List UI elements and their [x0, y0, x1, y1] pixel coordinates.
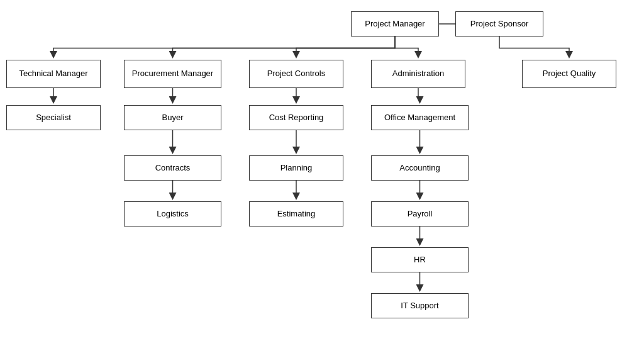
- node-label-administration: Administration: [392, 69, 444, 79]
- node-label-estimating: Estimating: [277, 209, 316, 220]
- node-label-cost_reporting: Cost Reporting: [269, 113, 324, 123]
- node-project_manager: Project Manager: [351, 11, 439, 36]
- node-label-project_manager: Project Manager: [365, 19, 425, 30]
- node-label-planning: Planning: [280, 163, 313, 174]
- node-it_support: IT Support: [371, 293, 469, 318]
- node-label-technical_manager: Technical Manager: [19, 69, 87, 79]
- node-project_quality: Project Quality: [522, 60, 616, 88]
- node-project_sponsor: Project Sponsor: [455, 11, 543, 36]
- node-logistics: Logistics: [124, 201, 221, 226]
- node-label-buyer: Buyer: [162, 113, 184, 123]
- node-procurement_manager: Procurement Manager: [124, 60, 221, 88]
- node-estimating: Estimating: [249, 201, 343, 226]
- node-label-accounting: Accounting: [399, 163, 440, 174]
- node-cost_reporting: Cost Reporting: [249, 105, 343, 130]
- node-administration: Administration: [371, 60, 465, 88]
- node-payroll: Payroll: [371, 201, 469, 226]
- node-label-logistics: Logistics: [157, 209, 189, 220]
- node-accounting: Accounting: [371, 155, 469, 181]
- node-label-payroll: Payroll: [408, 209, 433, 220]
- node-project_controls: Project Controls: [249, 60, 343, 88]
- node-label-specialist: Specialist: [36, 113, 71, 123]
- node-label-procurement_manager: Procurement Manager: [132, 69, 213, 79]
- node-planning: Planning: [249, 155, 343, 181]
- node-label-contracts: Contracts: [155, 163, 191, 174]
- node-label-project_sponsor: Project Sponsor: [470, 19, 529, 30]
- node-label-project_controls: Project Controls: [267, 69, 325, 79]
- node-hr: HR: [371, 247, 469, 272]
- node-label-it_support: IT Support: [401, 301, 438, 311]
- node-contracts: Contracts: [124, 155, 221, 181]
- node-office_management: Office Management: [371, 105, 469, 130]
- node-label-hr: HR: [414, 255, 426, 266]
- node-specialist: Specialist: [6, 105, 101, 130]
- node-technical_manager: Technical Manager: [6, 60, 101, 88]
- node-label-office_management: Office Management: [384, 113, 455, 123]
- node-label-project_quality: Project Quality: [543, 69, 596, 79]
- node-buyer: Buyer: [124, 105, 221, 130]
- org-chart: Project ManagerProject SponsorTechnical …: [0, 0, 644, 341]
